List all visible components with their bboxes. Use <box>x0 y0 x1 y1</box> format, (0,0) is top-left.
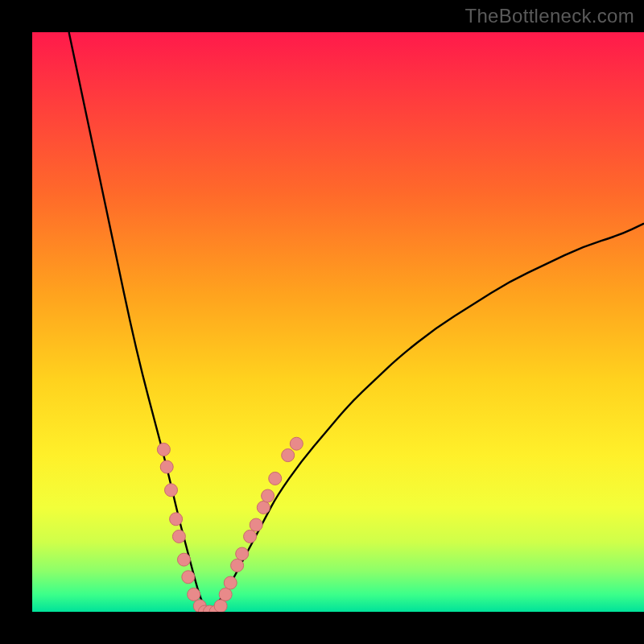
curve-marker <box>244 530 257 543</box>
curve-marker <box>188 588 200 601</box>
chart-frame: TheBottleneck.com <box>0 0 644 644</box>
curve-marker <box>214 600 227 612</box>
watermark-text: TheBottleneck.com <box>464 5 634 27</box>
curve-marker <box>269 472 282 485</box>
curve-marker <box>236 547 249 560</box>
curve-marker <box>172 530 185 543</box>
curve-marker <box>165 484 178 497</box>
curve-markers <box>157 437 303 612</box>
curve-marker <box>219 588 232 601</box>
curve-marker <box>160 460 173 473</box>
curve-marker <box>257 501 270 514</box>
curve-marker <box>282 449 295 462</box>
curve-marker <box>262 489 275 502</box>
plot-area <box>32 32 644 612</box>
curve-marker <box>157 443 170 456</box>
bottleneck-curve <box>69 32 644 610</box>
bottom-border <box>0 612 644 644</box>
chart-svg <box>32 32 644 612</box>
curve-marker <box>182 571 195 584</box>
curve-marker <box>224 576 237 589</box>
curve-marker <box>177 553 190 566</box>
curve-marker <box>231 559 244 572</box>
curve-marker <box>250 518 262 531</box>
curve-marker <box>170 513 183 526</box>
curve-marker <box>290 437 303 450</box>
